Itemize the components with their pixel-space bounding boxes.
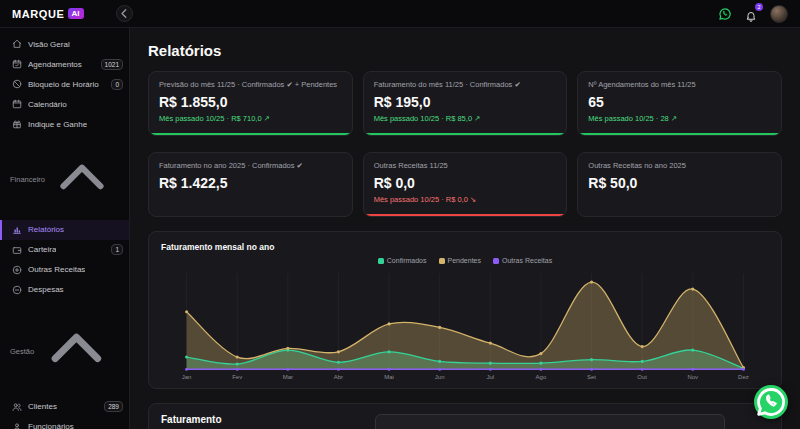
stat-card-value: R$ 1.855,0 <box>159 94 342 110</box>
stat-card-comparison: Mês passado 10/25 · R$ 0,0 ↘ <box>374 195 557 204</box>
brand-text: MARQUE <box>12 8 65 20</box>
stat-card-value: R$ 1.422,5 <box>159 175 342 191</box>
chevron-up-icon <box>34 309 119 394</box>
sidebar-item-bloqueio-de-horario[interactable]: Bloqueio de Horário 0 <box>0 74 129 94</box>
calendar-icon <box>12 99 22 109</box>
svg-text:Jun: Jun <box>435 374 445 380</box>
calendar-icon <box>384 418 684 429</box>
stat-card: Outras Receitas no ano 2025 R$ 50,0 <box>577 152 782 217</box>
svg-text:Set: Set <box>587 374 596 380</box>
legend-swatch <box>378 258 384 264</box>
home-icon <box>12 39 22 49</box>
sidebar-item-label: Carteira <box>28 245 56 254</box>
svg-text:Nov: Nov <box>687 374 698 380</box>
svg-text:Jul: Jul <box>486 374 494 380</box>
sidebar-item-label: Outras Receitas <box>28 265 85 274</box>
stat-card-value: 65 <box>588 94 771 110</box>
bar-chart-icon <box>12 225 22 235</box>
sidebar-section-financeiro[interactable]: Financeiro <box>0 134 129 220</box>
svg-text:Ago: Ago <box>536 374 547 380</box>
notifications-button[interactable]: 2 <box>745 8 757 20</box>
topbar: MARQUE AI 2 <box>0 0 800 28</box>
monthly-revenue-chart-card: Faturamento mensal no ano ConfirmadosPen… <box>148 231 782 389</box>
count-badge: 1021 <box>101 59 123 70</box>
period-selector[interactable]: 11/2025 <box>375 414 725 429</box>
faturamento-section: Faturamento Faturamento em R$ 11/2025 <box>148 403 782 429</box>
sidebar-item-agendamentos[interactable]: Agendamentos 1021 <box>0 54 129 74</box>
stat-card: Nº Agendamentos do mês 11/25 65 Mês pass… <box>577 71 782 136</box>
sidebar-item-calendario[interactable]: Calendário <box>0 94 129 114</box>
avatar[interactable] <box>770 5 788 23</box>
app-root: MARQUE AI 2 Visão Geral Agendamentos 102… <box>0 0 800 429</box>
page-title: Relatórios <box>148 42 782 59</box>
count-badge: 289 <box>104 401 123 412</box>
svg-text:Fev: Fev <box>232 374 242 380</box>
chart-title: Faturamento mensal no ano <box>161 242 769 252</box>
plus-circle-icon <box>12 265 22 275</box>
stat-card: Previsão do mês 11/25 · Confirmados ✔ + … <box>148 71 353 136</box>
minus-circle-icon <box>12 285 22 295</box>
section-title: Gestão <box>10 347 34 356</box>
sidebar-item-indique-e-ganhe[interactable]: Indique e Ganhe <box>0 114 129 134</box>
sidebar-collapse-button[interactable] <box>116 5 133 22</box>
sidebar-item-clientes[interactable]: Clientes 289 <box>0 397 129 417</box>
users-icon <box>12 402 22 412</box>
legend-swatch <box>493 258 499 264</box>
stat-card-accent-bar <box>364 214 567 216</box>
stat-card-accent-bar <box>578 133 781 135</box>
legend-label: Outras Receitas <box>502 257 552 264</box>
sidebar-item-label: Relatórios <box>28 225 64 234</box>
legend-item[interactable]: Outras Receitas <box>493 257 552 264</box>
stat-card: Faturamento do mês 11/25 · Confirmados ✔… <box>363 71 568 136</box>
faturamento-header: Faturamento Faturamento em R$ <box>161 414 228 429</box>
chevron-left-icon <box>117 6 132 24</box>
stat-card-comparison: Mês passado 10/25 · R$ 710,0 ↗ <box>159 114 342 123</box>
gift-icon <box>12 119 22 129</box>
section-title: Faturamento <box>161 414 228 425</box>
calendar-check-icon <box>12 59 22 69</box>
chevron-up-icon <box>45 143 119 217</box>
sidebar-item-label: Calendário <box>28 100 67 109</box>
user-icon <box>12 422 22 429</box>
sidebar-item-label: Funcionários <box>28 422 74 429</box>
stat-card-label: Outras Receitas no ano 2025 <box>588 161 771 170</box>
bell-icon <box>745 8 757 25</box>
stat-card-label: Nº Agendamentos do mês 11/25 <box>588 80 771 89</box>
stat-card-accent-bar <box>149 133 352 135</box>
sidebar-section-gestao[interactable]: Gestão <box>0 300 129 397</box>
sidebar: Visão Geral Agendamentos 1021 Bloqueio d… <box>0 28 130 429</box>
stat-card-comparison: Mês passado 10/25 · 28 ↗ <box>588 114 771 123</box>
notification-badge: 2 <box>755 3 763 11</box>
stat-card-label: Previsão do mês 11/25 · Confirmados ✔ + … <box>159 80 342 89</box>
main-content: Relatórios Previsão do mês 11/25 · Confi… <box>130 28 800 429</box>
section-title: Financeiro <box>10 175 45 184</box>
sidebar-item-despesas[interactable]: Despesas <box>0 280 129 300</box>
sidebar-item-funcionarios[interactable]: Funcionários <box>0 417 129 429</box>
legend-item[interactable]: Confirmados <box>378 257 427 264</box>
sidebar-item-label: Clientes <box>28 402 57 411</box>
svg-text:Mar: Mar <box>283 374 293 380</box>
stat-card: Faturamento no ano 2025 · Confirmados ✔ … <box>148 152 353 217</box>
legend-item[interactable]: Pendentes <box>439 257 481 264</box>
sidebar-item-label: Agendamentos <box>28 60 82 69</box>
stat-card: Outras Receitas 11/25 R$ 0,0 Mês passado… <box>363 152 568 217</box>
sidebar-item-relatorios[interactable]: Relatórios <box>0 220 129 240</box>
whatsapp-fab-button[interactable] <box>754 385 788 419</box>
sidebar-item-label: Indique e Ganhe <box>28 120 87 129</box>
stat-card-value: R$ 195,0 <box>374 94 557 110</box>
sidebar-item-carteira[interactable]: Carteira 1 <box>0 240 129 260</box>
stat-card-value: R$ 50,0 <box>588 175 771 191</box>
stat-card-value: R$ 0,0 <box>374 175 557 191</box>
svg-text:Mai: Mai <box>384 374 394 380</box>
stat-card-accent-bar <box>364 133 567 135</box>
sidebar-item-outras-receitas[interactable]: Outras Receitas <box>0 260 129 280</box>
wallet-icon <box>12 245 22 255</box>
revenue-area-chart: JanFevMarAbrMaiJunJulAgoSetOutNovDez <box>161 266 769 384</box>
svg-text:Dez: Dez <box>738 374 749 380</box>
brand-ai-badge: AI <box>68 8 84 19</box>
sidebar-item-label: Visão Geral <box>28 40 70 49</box>
sidebar-item-visao-geral[interactable]: Visão Geral <box>0 34 129 54</box>
whatsapp-icon[interactable] <box>718 7 732 21</box>
ban-icon <box>12 79 22 89</box>
brand-logo[interactable]: MARQUE AI <box>12 8 84 20</box>
